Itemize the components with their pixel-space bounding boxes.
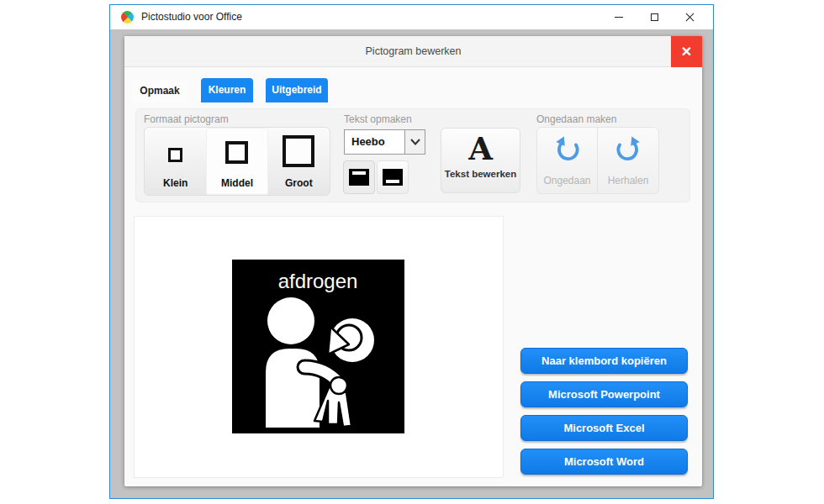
dialog-title: Pictogram bewerken [124, 36, 702, 67]
window-minimize-button[interactable] [602, 5, 636, 29]
app-logo-icon [121, 11, 134, 24]
size-option-klein[interactable]: Klein [145, 128, 206, 195]
text-top-icon [349, 169, 369, 186]
small-square-icon [168, 148, 182, 162]
edit-text-button[interactable]: A Tekst bewerken [441, 128, 520, 193]
maximize-icon [651, 13, 658, 21]
export-word-button[interactable]: Microsoft Word [520, 449, 688, 475]
undo-redo-group: Ongedaan Herhalen [536, 127, 659, 194]
text-section-label: Tekst opmaken [344, 113, 412, 125]
undo-button[interactable]: Ongedaan [537, 128, 598, 193]
medium-square-icon [225, 141, 248, 164]
edit-pictogram-dialog: Pictogram bewerken ✕ Opmaak Kleuren Uitg… [124, 36, 702, 486]
undo-button-label: Ongedaan [543, 175, 590, 186]
redo-button-label: Herhalen [608, 175, 649, 186]
undo-arrow-icon [553, 136, 582, 165]
tab-uitgebreid[interactable]: Uitgebreid [266, 78, 328, 102]
size-option-label: Klein [163, 177, 188, 189]
size-option-middel[interactable]: Middel [206, 128, 267, 195]
large-square-icon [283, 135, 314, 167]
size-option-groot[interactable]: Groot [268, 128, 330, 195]
undo-section-label: Ongedaan maken [536, 113, 616, 125]
titlebar: Pictostudio voor Office [110, 5, 713, 29]
minimize-icon [615, 17, 623, 18]
text-bottom-icon [383, 169, 403, 186]
text-position-bottom-button[interactable] [377, 160, 409, 194]
dialog-close-button[interactable]: ✕ [671, 36, 702, 67]
pictogram-image-afdrogen[interactable]: afdrogen [232, 260, 404, 433]
copy-to-clipboard-button[interactable]: Naar klembord kopiëren [520, 348, 688, 374]
app-title: Pictostudio voor Office [141, 5, 242, 29]
chevron-down-icon[interactable] [404, 130, 425, 154]
size-option-label: Middel [221, 177, 253, 189]
window-maximize-button[interactable] [637, 5, 671, 29]
window-close-button[interactable] [673, 5, 706, 29]
format-section-label: Formaat pictogram [144, 113, 229, 125]
edit-text-button-label: Tekst bewerken [445, 169, 516, 179]
letter-a-icon: A [468, 130, 493, 167]
format-size-group: Klein Middel Groot [144, 127, 330, 196]
redo-button[interactable]: Herhalen [598, 128, 658, 193]
redo-arrow-icon [614, 136, 642, 165]
tab-kleuren[interactable]: Kleuren [201, 78, 253, 102]
dialog-header: Pictogram bewerken ✕ [124, 36, 702, 67]
size-option-label: Groot [285, 177, 313, 189]
pictogram-caption: afdrogen [278, 270, 358, 292]
export-excel-button[interactable]: Microsoft Excel [520, 415, 688, 441]
app-window: Pictostudio voor Office Pictogram bewerk… [109, 4, 714, 499]
desktop: Pictostudio voor Office Pictogram bewerk… [0, 0, 824, 504]
export-powerpoint-button[interactable]: Microsoft Powerpoint [520, 381, 688, 407]
close-icon [685, 13, 695, 22]
font-select-value: Heebo [345, 130, 404, 154]
text-position-top-button[interactable] [343, 160, 375, 194]
font-select[interactable]: Heebo [344, 129, 425, 155]
tab-opmaak[interactable]: Opmaak [132, 80, 188, 102]
